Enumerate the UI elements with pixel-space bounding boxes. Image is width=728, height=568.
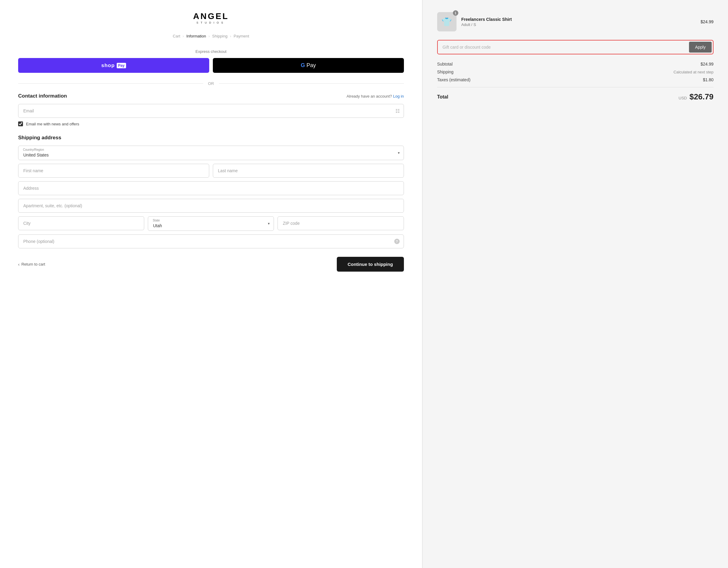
- state-group: State Utah ▾: [148, 216, 274, 231]
- breadcrumb: Cart › Information › Shipping › Payment: [18, 34, 404, 38]
- state-select[interactable]: Utah: [148, 216, 274, 231]
- product-row: 👕 1 Freelancers Classic Shirt Adult / S …: [437, 12, 713, 31]
- last-name-input[interactable]: [213, 164, 404, 178]
- shipping-label: Shipping: [437, 70, 454, 74]
- shipping-section: Shipping address Country/Region United S…: [18, 135, 404, 248]
- taxes-label: Taxes (estimated): [437, 77, 470, 82]
- email-icon: ☷: [395, 108, 400, 114]
- breadcrumb-sep-3: ›: [230, 34, 231, 38]
- email-news-label: Email me with news and offers: [26, 122, 79, 126]
- return-to-cart-link[interactable]: ‹ Return to cart: [18, 262, 45, 267]
- breadcrumb-cart[interactable]: Cart: [173, 34, 180, 38]
- phone-input[interactable]: [18, 235, 404, 248]
- first-name-input[interactable]: [18, 164, 209, 178]
- total-value: $26.79: [689, 92, 713, 101]
- gpay-text: G Pay: [301, 62, 316, 69]
- express-buttons: shop Pay G Pay: [18, 58, 404, 73]
- breadcrumb-shipping[interactable]: Shipping: [212, 34, 228, 38]
- city-input[interactable]: [18, 216, 144, 230]
- or-label: OR: [208, 81, 214, 86]
- logo-sub: STUDIOS: [18, 21, 404, 24]
- total-label: Total: [437, 94, 448, 100]
- email-field-group: ☷: [18, 104, 404, 118]
- last-name-group: [213, 164, 404, 178]
- product-image: 👕 1: [437, 12, 457, 31]
- logo-area: ANGEL STUDIOS: [18, 12, 404, 24]
- shoppay-badge: Pay: [117, 63, 126, 68]
- shoppay-button[interactable]: shop Pay: [18, 58, 209, 73]
- apt-group: [18, 199, 404, 213]
- product-info: Freelancers Classic Shirt Adult / S: [461, 17, 696, 27]
- left-panel: ANGEL STUDIOS Cart › Information › Shipp…: [0, 0, 422, 568]
- shoppay-text: shop: [101, 63, 115, 69]
- city-group: [18, 216, 144, 231]
- total-row: Total USD $26.79: [437, 87, 713, 102]
- phone-help-icon[interactable]: ?: [394, 239, 400, 244]
- breadcrumb-information[interactable]: Information: [186, 34, 206, 38]
- subtotal-label: Subtotal: [437, 62, 453, 67]
- name-row: [18, 164, 404, 181]
- subtotal-value: $24.99: [700, 62, 713, 67]
- contact-header: Contact information Already have an acco…: [18, 93, 404, 99]
- product-variant: Adult / S: [461, 22, 696, 27]
- contact-title: Contact information: [18, 93, 67, 99]
- bottom-actions: ‹ Return to cart Continue to shipping: [18, 257, 404, 272]
- express-checkout-title: Express checkout: [18, 49, 404, 54]
- login-link[interactable]: Log in: [393, 94, 404, 99]
- first-name-group: [18, 164, 209, 178]
- right-panel: 👕 1 Freelancers Classic Shirt Adult / S …: [422, 0, 728, 568]
- apt-input[interactable]: [18, 199, 404, 213]
- address-input[interactable]: [18, 181, 404, 195]
- product-quantity-badge: 1: [453, 10, 458, 16]
- breadcrumb-payment[interactable]: Payment: [234, 34, 249, 38]
- shipping-row: Shipping Calculated at next step: [437, 70, 713, 74]
- continue-to-shipping-button[interactable]: Continue to shipping: [337, 257, 404, 272]
- product-name: Freelancers Classic Shirt: [461, 17, 696, 22]
- email-input[interactable]: [18, 104, 404, 118]
- or-divider: OR: [18, 81, 404, 86]
- taxes-row: Taxes (estimated) $1.80: [437, 77, 713, 82]
- breadcrumb-sep-2: ›: [208, 34, 210, 38]
- product-price: $24.99: [700, 19, 713, 24]
- address-group: [18, 181, 404, 195]
- total-amount: USD $26.79: [679, 92, 713, 102]
- taxes-value: $1.80: [703, 77, 713, 82]
- total-currency: USD: [679, 96, 687, 100]
- express-checkout-section: Express checkout shop Pay G Pay: [18, 49, 404, 73]
- zip-input[interactable]: [278, 216, 404, 230]
- email-news-row: Email me with news and offers: [18, 122, 404, 126]
- logo-main: ANGEL: [18, 12, 404, 21]
- product-tshirt-icon: 👕: [441, 17, 452, 27]
- zip-group: [278, 216, 404, 231]
- return-label: Return to cart: [21, 262, 45, 267]
- subtotal-row: Subtotal $24.99: [437, 62, 713, 67]
- discount-input[interactable]: [439, 42, 686, 53]
- return-arrow-icon: ‹: [18, 262, 20, 267]
- country-select[interactable]: United States: [18, 146, 404, 160]
- shipping-value: Calculated at next step: [674, 70, 713, 74]
- contact-section: Contact information Already have an acco…: [18, 93, 404, 126]
- country-field-group: Country/Region United States ▾: [18, 146, 404, 160]
- login-prompt: Already have an account? Log in: [346, 94, 404, 99]
- shipping-address-title: Shipping address: [18, 135, 404, 141]
- email-news-checkbox[interactable]: [18, 122, 23, 126]
- city-state-row: State Utah ▾: [18, 216, 404, 235]
- gpay-button[interactable]: G Pay: [213, 58, 404, 73]
- discount-row: Apply: [437, 40, 713, 54]
- apply-button[interactable]: Apply: [689, 42, 712, 53]
- phone-group: ?: [18, 235, 404, 248]
- breadcrumb-sep-1: ›: [183, 34, 184, 38]
